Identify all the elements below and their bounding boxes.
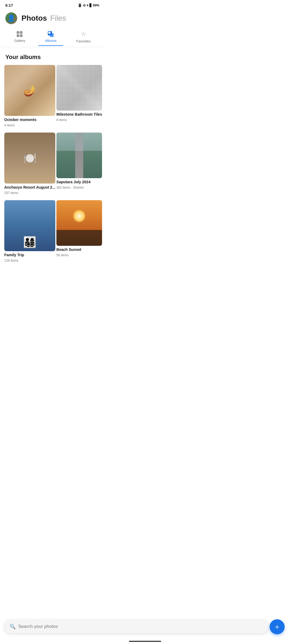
album-card-sunset[interactable]: Beach Sunset 56 items [56, 200, 102, 262]
tab-gallery-label: Gallery [14, 39, 25, 43]
wifi-icon: ▾ [87, 3, 88, 7]
album-card-october-moments[interactable]: October moments 4 items [4, 65, 55, 127]
album-card-saputara-july[interactable]: Saputara July 2024 382 items · Shared [56, 133, 102, 195]
album-card-milestone-bathroom[interactable]: Milestone Bathroom Tiles 8 items [56, 65, 102, 127]
album-count-milestone-bathroom: 8 items [56, 118, 102, 122]
vibrate-icon: 📳 [78, 3, 82, 7]
album-name-october-moments: October moments [4, 118, 55, 122]
header-title-photos: Photos [21, 14, 47, 23]
albums-grid: October moments 4 items Milestone Bathro… [0, 65, 105, 267]
album-thumbnail-sunset [56, 200, 102, 246]
album-card-family[interactable]: Family Trip 128 items [4, 200, 55, 262]
star-icon: ☆ [81, 31, 86, 38]
gallery-grid-icon [17, 31, 23, 37]
album-name-family: Family Trip [4, 253, 55, 257]
album-name-sunset: Beach Sunset [56, 247, 102, 252]
album-count-saputara-july: 382 items · Shared [56, 186, 102, 189]
album-name-saputara-july: Saputara July 2024 [56, 180, 102, 184]
avatar[interactable]: 👤 [5, 12, 17, 24]
album-name-anchavyo-resort: Anchavyo Resort August 2... [4, 185, 55, 189]
album-thumbnail-milestone-bathroom [56, 65, 102, 111]
status-time: 6:17 [5, 3, 13, 8]
section-title: Your albums [0, 47, 105, 65]
tab-favorites[interactable]: ☆ Favorites [70, 28, 97, 46]
status-bar: 6:17 📳 ⊖ ▾ ▊ 69% [0, 0, 105, 10]
album-card-anchavyo-resort[interactable]: Anchavyo Resort August 2... 337 items [4, 133, 55, 195]
album-count-family: 128 items [4, 259, 55, 262]
tab-albums[interactable]: Albums [38, 29, 63, 46]
battery-icon: 69% [93, 3, 99, 7]
tab-albums-label: Albums [45, 39, 56, 43]
header-title-files[interactable]: Files [50, 14, 66, 23]
album-count-october-moments: 4 items [4, 123, 55, 127]
tab-favorites-label: Favorites [76, 39, 90, 43]
album-count-anchavyo-resort: 337 items [4, 191, 55, 195]
album-thumbnail-october-moments [4, 65, 55, 116]
album-count-sunset: 56 items [56, 253, 102, 257]
tab-bar: Gallery Albums ☆ Favorites [0, 28, 105, 47]
app-header: 👤 Photos Files [0, 10, 105, 28]
album-thumbnail-saputara-july [56, 133, 102, 178]
album-thumbnail-anchavyo-resort [4, 133, 55, 184]
albums-tab-icon [48, 31, 54, 37]
album-thumbnail-family [4, 200, 55, 251]
album-name-milestone-bathroom: Milestone Bathroom Tiles [56, 112, 102, 116]
tab-gallery[interactable]: Gallery [8, 29, 32, 45]
signal-icon: ▊ [89, 3, 92, 7]
dnd-icon: ⊖ [83, 3, 86, 7]
status-right: 📳 ⊖ ▾ ▊ 69% [78, 3, 99, 7]
